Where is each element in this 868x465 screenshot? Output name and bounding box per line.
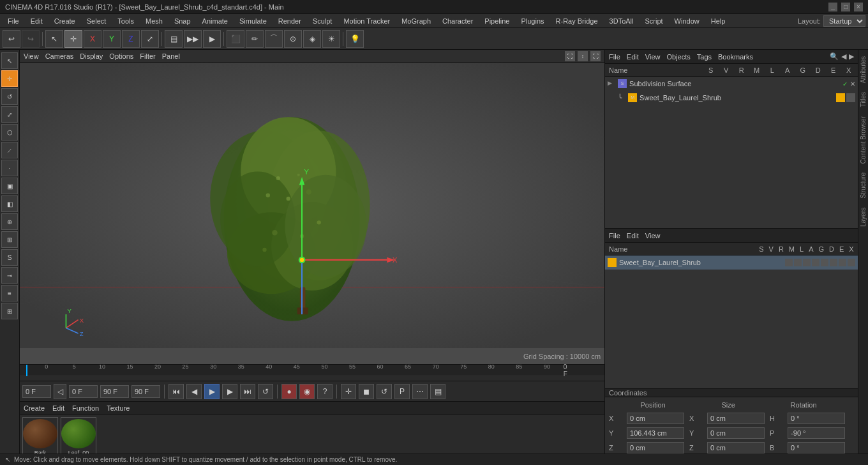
select-tool-button[interactable]: ↖ bbox=[45, 30, 63, 48]
playback-button[interactable]: ▶▶ bbox=[184, 30, 202, 48]
menu-tools[interactable]: Tools bbox=[112, 16, 139, 26]
pen-button[interactable]: ✏ bbox=[246, 30, 264, 48]
size-x-input[interactable] bbox=[707, 413, 765, 424]
left-point-btn[interactable]: · bbox=[1, 160, 18, 176]
left-texture-btn[interactable]: ◧ bbox=[1, 195, 18, 212]
left-arrow-icon[interactable]: ◀ bbox=[841, 52, 846, 61]
left-rotate-btn[interactable]: ↺ bbox=[1, 88, 18, 105]
checkmark-icon[interactable]: ✓ bbox=[842, 80, 848, 88]
menu-mesh[interactable]: Mesh bbox=[140, 16, 168, 26]
obj-menu-tags[interactable]: Tags bbox=[697, 53, 712, 61]
side-tab-structure[interactable]: Structure bbox=[858, 169, 868, 202]
size-z-input[interactable] bbox=[707, 442, 765, 454]
obj-bottom-view[interactable]: View bbox=[645, 232, 661, 240]
obj-menu-edit[interactable]: Edit bbox=[627, 53, 639, 61]
viewport-menu-filter[interactable]: Filter bbox=[140, 52, 155, 60]
tag-icon-1[interactable] bbox=[785, 259, 793, 266]
current-frame-input[interactable] bbox=[22, 385, 51, 398]
left-model-btn[interactable]: ▣ bbox=[1, 178, 18, 194]
obj-menu-file[interactable]: File bbox=[609, 53, 620, 61]
record-button[interactable]: ▤ bbox=[165, 30, 183, 48]
texture-tag-icon[interactable] bbox=[846, 93, 855, 102]
menu-select[interactable]: Select bbox=[82, 16, 112, 26]
viewport-zoom-fit-btn[interactable]: ↕ bbox=[578, 51, 588, 61]
redo-button[interactable]: ↪ bbox=[22, 30, 40, 48]
scale-tool-y-button[interactable]: Y bbox=[103, 30, 121, 48]
timeline-range-btn[interactable]: ↺ bbox=[377, 384, 392, 399]
side-tab-titles[interactable]: Titles bbox=[858, 88, 868, 111]
timeline-first-btn[interactable]: ⏮ bbox=[168, 384, 184, 399]
timeline-last-btn[interactable]: ⏭ bbox=[240, 384, 255, 399]
minimize-button[interactable]: _ bbox=[828, 3, 837, 11]
scale-tool-x-button[interactable]: X bbox=[84, 30, 101, 48]
menu-sculpt[interactable]: Sculpt bbox=[308, 16, 338, 26]
obj-bottom-row-shrub[interactable]: Sweet_Bay_Laurel_Shrub bbox=[605, 255, 858, 270]
menu-snap[interactable]: Snap bbox=[169, 16, 196, 26]
material-leaf[interactable]: Leaf_00 bbox=[61, 417, 96, 458]
timeline-play-btn[interactable]: ▶ bbox=[204, 384, 220, 399]
left-axis-btn[interactable]: ⊕ bbox=[1, 213, 18, 230]
timeline-settings-btn[interactable]: ▤ bbox=[430, 384, 445, 399]
tag-icon-8[interactable] bbox=[848, 259, 855, 266]
end-frame-input[interactable] bbox=[100, 385, 129, 398]
material-menu-function[interactable]: Function bbox=[72, 404, 99, 412]
material-tag-icon[interactable] bbox=[836, 93, 845, 102]
obj-menu-bookmarks[interactable]: Bookmarks bbox=[718, 53, 753, 61]
tag-icon-4[interactable] bbox=[812, 259, 819, 266]
render-button[interactable]: ▶ bbox=[203, 30, 221, 48]
rot-b-input[interactable] bbox=[788, 442, 845, 454]
timeline-prev-btn[interactable]: ◀ bbox=[186, 384, 202, 399]
timeline-loop-btn[interactable]: ↺ bbox=[258, 384, 273, 399]
menu-edit[interactable]: Edit bbox=[26, 16, 48, 26]
effector-button[interactable]: ☀ bbox=[322, 30, 340, 48]
right-arrow-icon[interactable]: ▶ bbox=[849, 52, 854, 61]
timeline-marker-btn[interactable]: ◼ bbox=[359, 384, 374, 399]
left-snap-btn[interactable]: ⊞ bbox=[1, 231, 18, 248]
left-layer-btn[interactable]: ≡ bbox=[1, 285, 18, 301]
pos-y-input[interactable] bbox=[627, 427, 684, 439]
timeline-auto-key-btn[interactable]: ◉ bbox=[299, 384, 315, 399]
rot-p-input[interactable] bbox=[788, 427, 845, 439]
left-select-btn[interactable]: ↖ bbox=[1, 52, 18, 69]
nurbs-button[interactable]: ⊙ bbox=[284, 30, 302, 48]
menu-window[interactable]: Window bbox=[670, 16, 705, 26]
material-menu-texture[interactable]: Texture bbox=[107, 404, 130, 412]
side-tab-layers[interactable]: Layers bbox=[858, 204, 868, 231]
obj-menu-view[interactable]: View bbox=[645, 53, 661, 61]
fps-input[interactable] bbox=[131, 385, 160, 398]
tag-icon-7[interactable] bbox=[839, 259, 846, 266]
tag-icon-5[interactable] bbox=[821, 259, 828, 266]
left-move-btn[interactable]: ✛ bbox=[1, 70, 18, 87]
menu-motion-tracker[interactable]: Motion Tracker bbox=[338, 16, 395, 26]
timeline-pos-btn[interactable]: P bbox=[394, 384, 410, 399]
timeline-next-btn[interactable]: ▶ bbox=[222, 384, 237, 399]
viewport-menu-display[interactable]: Display bbox=[80, 52, 103, 60]
obj-menu-objects[interactable]: Objects bbox=[666, 53, 690, 61]
side-tab-content-browser[interactable]: Content Browser bbox=[858, 112, 868, 167]
spline-button[interactable]: ⌒ bbox=[265, 30, 283, 48]
left-scale-btn[interactable]: ⤢ bbox=[1, 106, 18, 123]
menu-3dtoall[interactable]: 3DToAll bbox=[604, 16, 639, 26]
transform-button[interactable]: ⤢ bbox=[141, 30, 159, 48]
expand-icon[interactable]: ▶ bbox=[608, 80, 615, 88]
size-y-input[interactable] bbox=[707, 427, 765, 439]
rot-h-input[interactable] bbox=[788, 413, 845, 424]
obj-row-subdivision-surface[interactable]: ▶ S Subdivision Surface ✓ ✕ bbox=[605, 77, 858, 91]
menu-render[interactable]: Render bbox=[273, 16, 306, 26]
menu-simulate[interactable]: Simulate bbox=[234, 16, 272, 26]
layout-dropdown[interactable]: Startup bbox=[823, 15, 865, 27]
menu-script[interactable]: Script bbox=[640, 16, 668, 26]
close-button[interactable]: × bbox=[854, 3, 863, 11]
search-icon[interactable]: 🔍 bbox=[830, 52, 839, 61]
menu-mograph[interactable]: MoGraph bbox=[396, 16, 436, 26]
left-poly-btn[interactable]: ⬡ bbox=[1, 124, 18, 141]
deformer-button[interactable]: ◈ bbox=[303, 30, 321, 48]
viewport-menu-options[interactable]: Options bbox=[109, 52, 133, 60]
obj-bottom-file[interactable]: File bbox=[609, 232, 620, 240]
pos-x-input[interactable] bbox=[627, 413, 684, 424]
viewport-fullscreen-btn[interactable]: ⛶ bbox=[590, 51, 601, 61]
viewport-3d[interactable]: Perspective Grid Spacing : 10000 cm bbox=[20, 63, 604, 364]
pos-z-input[interactable] bbox=[627, 442, 684, 454]
timeline-prev-frame-btn[interactable]: ◁ bbox=[54, 384, 66, 399]
left-brush-btn[interactable]: ⊸ bbox=[1, 267, 18, 284]
